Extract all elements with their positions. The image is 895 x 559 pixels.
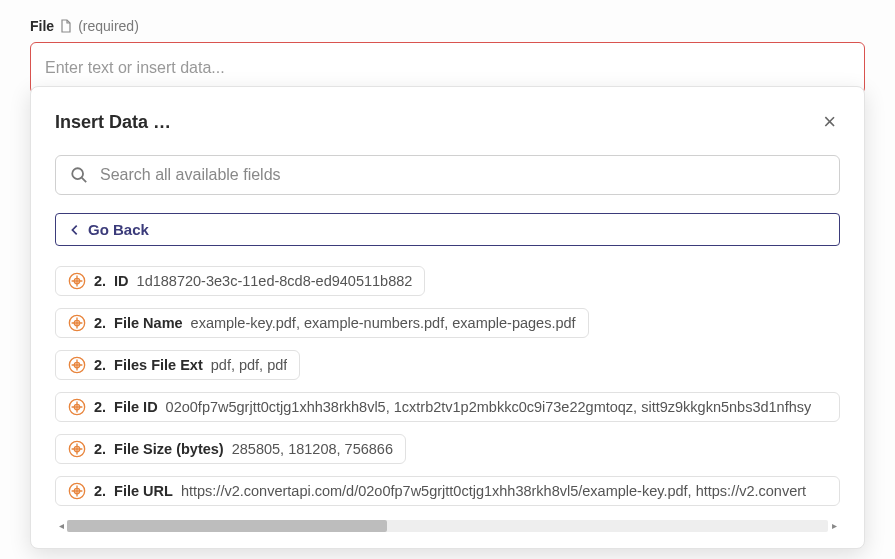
field-list: 2.ID1d188720-3e3c-11ed-8cd8-ed940511b882… (55, 266, 840, 506)
app-icon (68, 314, 86, 332)
pill-prefix: 2. (94, 357, 106, 373)
pill-prefix: 2. (94, 483, 106, 499)
pill-label: File ID (114, 399, 158, 415)
pill-value: example-key.pdf, example-numbers.pdf, ex… (191, 315, 576, 331)
pill-prefix: 2. (94, 315, 106, 331)
insert-data-panel: Insert Data … × Go Back 2.ID1d188720-3e3… (30, 86, 865, 549)
field-label-row: File (required) (30, 18, 865, 34)
pill-value: 02o0fp7w5grjtt0ctjg1xhh38rkh8vl5, 1cxtrb… (166, 399, 812, 415)
pill-label: File URL (114, 483, 173, 499)
field-pill[interactable]: 2.ID1d188720-3e3c-11ed-8cd8-ed940511b882 (55, 266, 425, 296)
app-icon (68, 272, 86, 290)
scroll-thumb[interactable] (67, 520, 387, 532)
pill-value: pdf, pdf, pdf (211, 357, 288, 373)
search-icon (70, 166, 88, 184)
field-pill[interactable]: 2.Files File Extpdf, pdf, pdf (55, 350, 300, 380)
app-icon (68, 482, 86, 500)
required-text: (required) (78, 18, 139, 34)
field-pill[interactable]: 2.File Nameexample-key.pdf, example-numb… (55, 308, 589, 338)
app-icon (68, 356, 86, 374)
close-button[interactable]: × (819, 109, 840, 135)
svg-point-0 (72, 168, 83, 179)
app-icon (68, 398, 86, 416)
scroll-right-arrow[interactable]: ▸ (828, 520, 840, 531)
app-icon (68, 440, 86, 458)
field-pill[interactable]: 2.File ID02o0fp7w5grjtt0ctjg1xhh38rkh8vl… (55, 392, 840, 422)
scroll-left-arrow[interactable]: ◂ (55, 520, 67, 531)
pill-label: ID (114, 273, 129, 289)
search-input[interactable] (100, 166, 825, 184)
search-field[interactable] (55, 155, 840, 195)
chevron-left-icon (70, 224, 80, 236)
pill-value: https://v2.convertapi.com/d/02o0fp7w5grj… (181, 483, 806, 499)
go-back-button[interactable]: Go Back (55, 213, 840, 246)
pill-prefix: 2. (94, 441, 106, 457)
pill-label: Files File Ext (114, 357, 203, 373)
field-pill[interactable]: 2.File URLhttps://v2.convertapi.com/d/02… (55, 476, 840, 506)
field-label: File (30, 18, 54, 34)
pill-prefix: 2. (94, 273, 106, 289)
pill-label: File Name (114, 315, 183, 331)
document-icon (60, 19, 72, 33)
pill-value: 1d188720-3e3c-11ed-8cd8-ed940511b882 (137, 273, 413, 289)
pill-value: 285805, 181208, 756866 (232, 441, 393, 457)
scroll-track[interactable] (67, 520, 828, 532)
field-pill[interactable]: 2.File Size (bytes)285805, 181208, 75686… (55, 434, 406, 464)
panel-title: Insert Data … (55, 112, 171, 133)
go-back-label: Go Back (88, 221, 149, 238)
pill-prefix: 2. (94, 399, 106, 415)
pill-label: File Size (bytes) (114, 441, 224, 457)
svg-line-1 (82, 178, 87, 183)
horizontal-scrollbar[interactable]: ◂ ▸ (55, 520, 840, 532)
